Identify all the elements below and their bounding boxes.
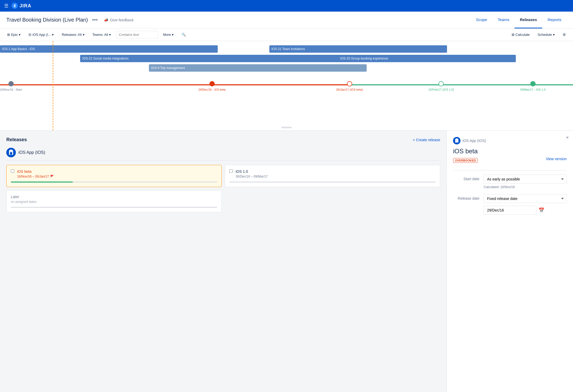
detail-team-name: iOS App (IOS) [463, 139, 486, 143]
releases-title: Releases [6, 137, 27, 143]
main-nav: Scope Teams Releases Reports [471, 12, 567, 28]
start-date-value: As early as possible Fixed start date Ca… [484, 175, 567, 189]
nav-teams[interactable]: Teams [492, 12, 514, 28]
team-section-ios: iOS App (IOS) iOS beta 16/Nov/16 – 26/Ja… [6, 148, 440, 212]
close-button[interactable]: × [566, 135, 569, 140]
filter-icon: ⊟ [28, 33, 31, 37]
epic-ios20[interactable]: IOS-20 Group booking experience [338, 55, 516, 62]
epic-ios9[interactable]: IOS-9 Trip management [149, 64, 367, 72]
more-button[interactable]: More ▾ [160, 31, 177, 38]
toolbar: ⊞ Epic ▾ ⊟ iOS App (I... ▾ Releases: All… [0, 28, 573, 41]
releases-panel: Releases + Create release iOS App (IOS) [0, 131, 446, 392]
release-date-input[interactable] [484, 206, 536, 215]
detail-team-avatar [453, 137, 460, 144]
gear-icon: ⚙ [563, 33, 566, 37]
release-card-ios-beta[interactable]: iOS beta 16/Nov/16 – 26/Jan/17 🚩 [6, 165, 222, 187]
nav-releases[interactable]: Releases [514, 12, 542, 28]
flag-icon: 🚩 [50, 175, 54, 178]
release-date-ios-beta: 16/Nov/16 – 26/Jan/17 🚩 [17, 175, 217, 178]
schedule-button[interactable]: Schedule ▾ [535, 31, 558, 38]
milestone-ios10-plan: 23/Feb/17 (iOS 1.0) [429, 81, 454, 91]
timeline-scroll-handle[interactable] [281, 127, 292, 128]
release-date-field: Release date Fixed release date As early… [453, 194, 567, 215]
search-icon: 🔍 [182, 33, 186, 37]
hamburger-icon[interactable]: ☰ [4, 3, 8, 9]
release-progress-ios10 [229, 182, 436, 183]
release-date-value: Fixed release date As early as possible … [484, 194, 567, 215]
search-button[interactable]: 🔍 [179, 31, 189, 38]
releases-header: Releases + Create release [6, 137, 440, 143]
detail-team-header: iOS App (IOS) [453, 137, 567, 144]
divider-1 [453, 170, 567, 170]
releases-filter-button[interactable]: Releases: All ▾ [59, 31, 87, 38]
plan-title: Travel Booking Division (Live Plan) [6, 17, 88, 23]
overbooked-badge: OVERBOOKED [453, 158, 478, 163]
nav-reports[interactable]: Reports [542, 12, 567, 28]
milestone-ios-beta-plan: 29/Dec/16 - iOS beta [198, 81, 226, 91]
view-version-link[interactable]: View version [546, 157, 567, 161]
top-bar: ☰ JIRA [0, 0, 573, 12]
chevron-down-icon-5: ▾ [172, 33, 174, 37]
svg-rect-7 [456, 138, 458, 139]
calculate-icon: ⊞ [512, 33, 514, 37]
svg-rect-2 [10, 150, 12, 151]
filter-button[interactable]: ⊟ iOS App (I... ▾ [26, 31, 57, 38]
detail-panel: × iOS App (IOS) iOS beta OVERBOOKED View… [446, 131, 573, 392]
svg-rect-6 [455, 139, 458, 143]
release-title-ios10: iOS 1.0 [236, 169, 436, 174]
create-release-button[interactable]: + Create release [413, 138, 440, 142]
release-card-later[interactable]: Later no assigned dates [6, 190, 222, 212]
teams-filter-button[interactable]: Teams: All ▾ [90, 31, 114, 38]
team-header: iOS App (IOS) [6, 148, 440, 161]
megaphone-icon: 📣 [104, 18, 108, 22]
jira-logo: JIRA [12, 3, 31, 9]
release-date-select[interactable]: Fixed release date As early as possible [484, 194, 567, 203]
release-date-label: Release date [453, 194, 479, 200]
release-cards-grid: iOS beta 16/Nov/16 – 26/Jan/17 🚩 iOS 1.0… [6, 165, 440, 212]
release-progress-later [11, 207, 217, 208]
release-progress-fill [11, 182, 73, 183]
sub-header: Travel Booking Division (Live Plan) ••• … [0, 12, 573, 28]
feedback-button[interactable]: 📣 Give feedback [104, 18, 134, 22]
detail-release-name: iOS beta [453, 148, 567, 155]
more-options-button[interactable]: ••• [92, 17, 98, 23]
chevron-down-icon: ▾ [19, 33, 21, 37]
chevron-down-icon-2: ▾ [52, 33, 54, 37]
team-name: iOS App (IOS) [18, 150, 45, 155]
calendar-icon[interactable]: 📅 [538, 207, 544, 213]
release-checkbox-ios10[interactable] [229, 169, 233, 173]
search-input[interactable] [116, 31, 158, 38]
milestone-ios10-actual: 09/Mar/17 - iOS 1.0 [520, 81, 546, 91]
later-title: Later [11, 195, 217, 199]
start-date-field: Start date As early as possible Fixed st… [453, 175, 567, 189]
later-subtitle: no assigned dates [11, 200, 217, 204]
start-date-label: Start date [453, 175, 479, 181]
chevron-down-icon-4: ▾ [109, 33, 111, 37]
chevron-down-icon-3: ▾ [83, 33, 85, 37]
epic-ios1[interactable]: IOS-1 App Basics - iOS [0, 45, 218, 53]
calculate-button[interactable]: ⊞ Calculate [509, 31, 533, 38]
release-card-ios10[interactable]: iOS 1.0 30/Dec/16 – 09/Mar/17 [225, 165, 440, 187]
timeline-area: IOS-1 App Basics - iOS IOS-21 Team invit… [0, 41, 573, 131]
team-avatar [6, 148, 16, 157]
release-title-ios-beta: iOS beta [17, 169, 217, 174]
epic-ios21[interactable]: IOS-21 Team invitations [269, 45, 447, 53]
release-checkbox-ios-beta[interactable] [11, 169, 14, 173]
milestone-ios-beta-actual: 26/Jan/17 (iOS beta) [336, 81, 363, 91]
release-date-input-row: 📅 [484, 206, 567, 215]
calculated-date: Calculated: 16/Nov/16 [484, 185, 567, 189]
settings-button[interactable]: ⚙ [560, 31, 569, 38]
milestone-start: 16/Nov/16 - Start [0, 81, 22, 91]
release-date-ios10: 30/Dec/16 – 09/Mar/17 [236, 175, 436, 178]
start-date-select[interactable]: As early as possible Fixed start date [484, 175, 567, 184]
nav-scope[interactable]: Scope [471, 12, 493, 28]
release-progress-ios-beta [11, 182, 217, 183]
epic-filter-button[interactable]: ⊞ Epic ▾ [4, 31, 23, 38]
chevron-down-icon-6: ▾ [553, 33, 555, 37]
main-content: Releases + Create release iOS App (IOS) [0, 131, 573, 392]
svg-rect-4 [10, 153, 12, 155]
hierarchy-icon: ⊞ [7, 33, 10, 37]
